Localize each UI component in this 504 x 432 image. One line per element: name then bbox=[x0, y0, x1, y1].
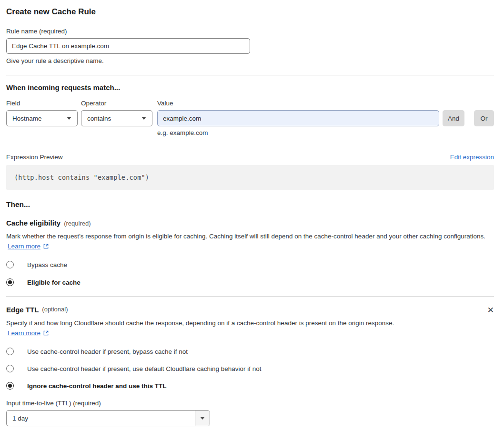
cache-eligibility-heading: Cache eligibility bbox=[6, 219, 60, 227]
and-button[interactable]: And bbox=[443, 110, 464, 126]
edge-ttl-description-text: Specify if and how long Cloudflare shoul… bbox=[6, 319, 394, 327]
bypass-cache-option[interactable]: Bypass cache bbox=[6, 261, 494, 268]
radio-unselected-icon bbox=[6, 348, 14, 355]
rule-name-label: Rule name (required) bbox=[6, 28, 494, 35]
use-header-bypass-option[interactable]: Use cache-control header if present, byp… bbox=[6, 348, 494, 355]
eligible-for-cache-option[interactable]: Eligible for cache bbox=[6, 278, 494, 286]
chevron-down-icon bbox=[67, 117, 71, 120]
eligible-for-cache-label: Eligible for cache bbox=[27, 279, 81, 286]
cache-eligibility-qualifier: (required) bbox=[64, 220, 91, 227]
operator-select-value: contains bbox=[87, 115, 111, 122]
expression-preview-label: Expression Preview bbox=[6, 154, 63, 161]
cache-eligibility-description-text: Mark whether the request’s response from… bbox=[6, 233, 485, 240]
expression-preview-box: (http.host contains "example.com") bbox=[6, 165, 494, 190]
learn-more-link[interactable]: Learn more bbox=[8, 243, 40, 250]
value-hint: e.g. example.com bbox=[157, 129, 494, 136]
edge-ttl-description: Specify if and how long Cloudflare shoul… bbox=[6, 318, 403, 338]
ignore-header-ttl-label: Ignore cache-control header and use this… bbox=[27, 382, 167, 390]
cache-eligibility-description: Mark whether the request’s response from… bbox=[6, 231, 494, 251]
chevron-down-icon bbox=[141, 117, 146, 120]
radio-selected-icon bbox=[6, 278, 14, 286]
section-divider bbox=[6, 296, 494, 297]
external-link-icon bbox=[43, 330, 49, 338]
radio-unselected-icon bbox=[6, 365, 14, 372]
radio-unselected-icon bbox=[6, 261, 14, 268]
edge-ttl-heading-row: Edge TTL (optional) ✕ bbox=[6, 306, 494, 314]
rule-name-input[interactable] bbox=[6, 38, 250, 54]
match-column-labels: Field Operator Value bbox=[6, 100, 494, 107]
learn-more-link[interactable]: Learn more bbox=[8, 329, 40, 337]
then-heading: Then... bbox=[6, 200, 494, 209]
ttl-label: Input time-to-live (TTL) (required) bbox=[6, 400, 494, 407]
section-divider bbox=[6, 75, 494, 75]
cache-eligibility-heading-row: Cache eligibility (required) bbox=[6, 219, 494, 227]
use-header-default-option[interactable]: Use cache-control header if present, use… bbox=[6, 365, 494, 372]
expression-preview-header: Expression Preview Edit expression bbox=[6, 154, 494, 161]
or-button[interactable]: Or bbox=[474, 110, 494, 126]
use-header-bypass-label: Use cache-control header if present, byp… bbox=[27, 348, 188, 355]
edge-ttl-qualifier: (optional) bbox=[42, 306, 68, 313]
ignore-header-ttl-option[interactable]: Ignore cache-control header and use this… bbox=[6, 382, 494, 390]
edge-ttl-heading: Edge TTL bbox=[6, 306, 39, 314]
field-select[interactable]: Hostname bbox=[6, 110, 78, 126]
value-label: Value bbox=[157, 100, 173, 107]
radio-selected-icon bbox=[6, 382, 14, 390]
page-title: Create new Cache Rule bbox=[6, 7, 494, 17]
field-select-value: Hostname bbox=[12, 115, 42, 122]
value-input[interactable] bbox=[157, 110, 439, 126]
expression-code: (http.host contains "example.com") bbox=[14, 174, 149, 181]
operator-select[interactable]: contains bbox=[81, 110, 152, 126]
chevron-down-icon bbox=[200, 417, 205, 420]
match-section-heading: When incoming requests match... bbox=[6, 83, 494, 92]
field-label: Field bbox=[6, 100, 81, 107]
dropdown-arrow-button[interactable] bbox=[195, 411, 210, 426]
ttl-select[interactable]: 1 day bbox=[6, 410, 210, 426]
edit-expression-link[interactable]: Edit expression bbox=[450, 154, 494, 161]
operator-label: Operator bbox=[81, 100, 157, 107]
match-condition-row: Hostname contains And Or bbox=[6, 110, 494, 126]
use-header-default-label: Use cache-control header if present, use… bbox=[27, 365, 262, 372]
external-link-icon bbox=[43, 244, 49, 251]
ttl-select-value: 1 day bbox=[7, 411, 195, 426]
bypass-cache-label: Bypass cache bbox=[27, 261, 67, 268]
rule-name-help: Give your rule a descriptive name. bbox=[6, 57, 494, 64]
close-icon[interactable]: ✕ bbox=[487, 306, 494, 314]
